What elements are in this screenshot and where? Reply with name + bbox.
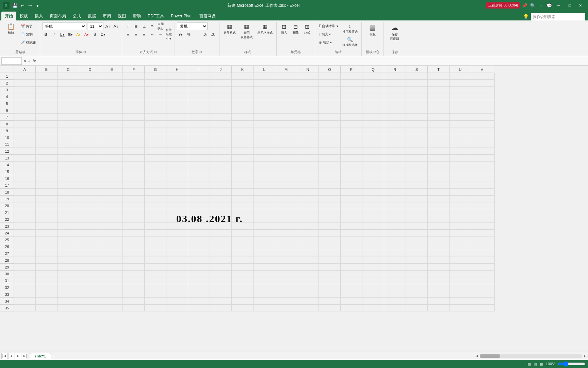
- grid-cell[interactable]: [79, 175, 101, 182]
- grid-cell[interactable]: [166, 148, 188, 155]
- grid-cell[interactable]: [101, 189, 123, 196]
- grid-cell[interactable]: [254, 127, 275, 134]
- grid-cell[interactable]: [101, 148, 123, 155]
- grid-cell[interactable]: [79, 196, 101, 202]
- grid-cell[interactable]: [79, 141, 101, 148]
- grid-cell[interactable]: [362, 271, 384, 277]
- grid-cell[interactable]: [123, 121, 145, 127]
- col-header-m[interactable]: M: [275, 66, 297, 73]
- cut-btn[interactable]: ✂️ 剪切: [19, 22, 38, 30]
- grid-cell[interactable]: [36, 121, 58, 127]
- grid-cell[interactable]: [362, 202, 384, 209]
- grid-cell[interactable]: [123, 230, 145, 236]
- grid-cell[interactable]: [145, 223, 166, 230]
- grid-cell[interactable]: [36, 168, 58, 175]
- grid-cell[interactable]: [297, 305, 319, 311]
- grid-cell[interactable]: [493, 80, 495, 87]
- grid-cell[interactable]: [450, 162, 471, 168]
- grid-cell[interactable]: [362, 73, 384, 80]
- grid-cell[interactable]: [319, 155, 341, 162]
- grid-cell[interactable]: [428, 298, 450, 305]
- grid-cell[interactable]: [101, 80, 123, 87]
- grid-cell[interactable]: [341, 87, 362, 93]
- grid-cell[interactable]: [275, 168, 297, 175]
- grid-cell[interactable]: [471, 155, 493, 162]
- grid-cell[interactable]: [297, 236, 319, 243]
- grid-cell[interactable]: [210, 284, 232, 291]
- sheet-nav-next-btn[interactable]: ►: [15, 353, 21, 359]
- grid-cell[interactable]: [123, 196, 145, 202]
- confirm-formula-btn[interactable]: ✓: [28, 59, 31, 63]
- col-header-k[interactable]: K: [232, 66, 254, 73]
- grid-cell[interactable]: [14, 155, 36, 162]
- grid-cell[interactable]: [58, 175, 79, 182]
- grid-cell[interactable]: [232, 264, 254, 271]
- grid-cell[interactable]: [145, 121, 166, 127]
- grid-cell[interactable]: [14, 87, 36, 93]
- grid-cell[interactable]: [384, 107, 406, 114]
- grid-cell[interactable]: [36, 182, 58, 189]
- grid-cell[interactable]: [145, 127, 166, 134]
- delete-btn[interactable]: ⊟ 删除: [290, 22, 301, 36]
- grid-cell[interactable]: [362, 209, 384, 216]
- grid-cell[interactable]: [210, 223, 232, 230]
- grid-cell[interactable]: [341, 100, 362, 107]
- grid-cell[interactable]: [166, 230, 188, 236]
- grid-cell[interactable]: [254, 202, 275, 209]
- grid-cell[interactable]: [36, 127, 58, 134]
- grid-cell[interactable]: [450, 305, 471, 311]
- col-header-c[interactable]: C: [58, 66, 79, 73]
- grid-cell[interactable]: [362, 196, 384, 202]
- grid-cell[interactable]: [210, 202, 232, 209]
- grid-cell[interactable]: [297, 216, 319, 223]
- currency-btn[interactable]: ¥▾: [177, 31, 184, 38]
- grid-cell[interactable]: [450, 93, 471, 100]
- grid-cell[interactable]: [79, 277, 101, 284]
- grid-cell[interactable]: [275, 202, 297, 209]
- restore-btn[interactable]: □: [565, 2, 574, 9]
- grid-cell[interactable]: [166, 114, 188, 121]
- grid-cell[interactable]: [188, 100, 210, 107]
- grid-cell[interactable]: [319, 196, 341, 202]
- grid-cell[interactable]: [14, 209, 36, 216]
- grid-cell[interactable]: [58, 93, 79, 100]
- grid-cell[interactable]: [36, 277, 58, 284]
- grid-cell[interactable]: [384, 141, 406, 148]
- grid-cell[interactable]: [471, 257, 493, 264]
- grid-cell[interactable]: [254, 250, 275, 257]
- grid-cell[interactable]: [493, 87, 495, 93]
- dec-inc-btn[interactable]: .0↑: [201, 31, 209, 38]
- font-shrink-btn[interactable]: A↓: [112, 22, 120, 30]
- grid-cell[interactable]: [210, 148, 232, 155]
- grid-cell[interactable]: [188, 216, 210, 223]
- grid-cell[interactable]: [362, 93, 384, 100]
- grid-cell[interactable]: [210, 182, 232, 189]
- font-grow-btn[interactable]: A↑: [104, 22, 112, 30]
- grid-cell[interactable]: [406, 264, 428, 271]
- grid-cell[interactable]: [362, 216, 384, 223]
- grid-cell[interactable]: [145, 134, 166, 141]
- grid-cell[interactable]: [145, 73, 166, 80]
- table-format-btn[interactable]: ▦ 套用表格格式: [239, 22, 255, 41]
- font-color-btn[interactable]: A▾: [83, 31, 91, 38]
- grid-cell[interactable]: [341, 230, 362, 236]
- grid-cell[interactable]: [450, 264, 471, 271]
- grid-cell[interactable]: [384, 73, 406, 80]
- grid-cell[interactable]: [297, 291, 319, 298]
- grid-cell[interactable]: [123, 162, 145, 168]
- grid-cell[interactable]: [428, 141, 450, 148]
- grid-cell[interactable]: [450, 271, 471, 277]
- grid-cell[interactable]: [450, 196, 471, 202]
- grid-cell[interactable]: [145, 243, 166, 250]
- grid-cell[interactable]: [123, 250, 145, 257]
- col-header-r[interactable]: R: [384, 66, 406, 73]
- grid-cell[interactable]: [297, 298, 319, 305]
- grid-cell[interactable]: [471, 202, 493, 209]
- grid-cell[interactable]: [145, 209, 166, 216]
- grid-cell[interactable]: [254, 284, 275, 291]
- grid-cell[interactable]: [58, 73, 79, 80]
- grid-cell[interactable]: [101, 168, 123, 175]
- grid-cell[interactable]: [362, 134, 384, 141]
- grid-cell[interactable]: [341, 271, 362, 277]
- grid-cell[interactable]: [210, 298, 232, 305]
